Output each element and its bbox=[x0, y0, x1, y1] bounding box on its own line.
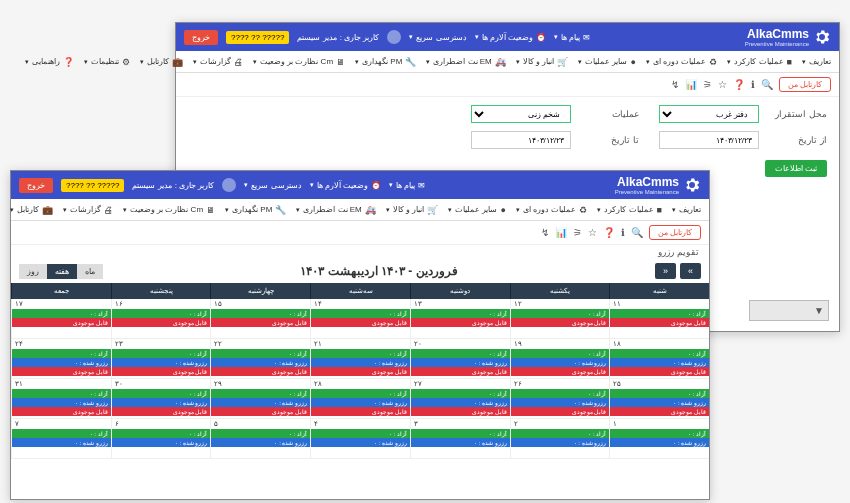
calendar-cell[interactable]: ۲۶آزاد : ۰رزرو شده : ۰قابل موجودی bbox=[510, 379, 610, 419]
calendar-cell[interactable]: ۱۳آزاد : ۰قابل موجودی bbox=[410, 299, 510, 339]
status-bar-blue: رزرو شده : ۰ bbox=[511, 398, 610, 407]
my-cartable-button[interactable]: کارتابل من bbox=[779, 77, 831, 92]
info-icon[interactable]: ℹ bbox=[751, 79, 755, 90]
calendar-cell[interactable]: ۲۵آزاد : ۰رزرو شده : ۰قابل موجودی bbox=[609, 379, 709, 419]
menu-cm[interactable]: 🖥Cm نظارت بر وضعیت▾ bbox=[253, 57, 345, 67]
calendar-cell[interactable]: ۱۱آزاد : ۰قابل موجودی bbox=[609, 299, 709, 339]
menu-work-ops[interactable]: ■عملیات کارکرد▾ bbox=[727, 57, 792, 67]
calendar-cell[interactable]: ۱۶آزاد : ۰قابل موجودی bbox=[111, 299, 211, 339]
messages-menu[interactable]: ✉ پیام ها ▾ bbox=[554, 33, 590, 42]
day-header: یکشنبه bbox=[510, 283, 610, 299]
menu-definitions[interactable]: تعاریف▾ bbox=[802, 57, 831, 66]
menu-cm[interactable]: 🖥Cm نظارت بر وضعیت▾ bbox=[123, 205, 215, 215]
calendar-cell[interactable]: ۷آزاد : ۰رزرو شده : ۰ bbox=[11, 419, 111, 459]
menu-pm[interactable]: 🔧PM نگهداری▾ bbox=[225, 205, 286, 215]
nav-prev-button[interactable]: » bbox=[680, 263, 701, 279]
exit-button[interactable]: خروج bbox=[184, 30, 218, 45]
menu-reports[interactable]: 🖨گزارشات▾ bbox=[193, 57, 243, 67]
calendar-cell[interactable]: ۱۲آزاد : ۰قابل موجودی bbox=[510, 299, 610, 339]
status-bar-red: قابل موجودی bbox=[12, 318, 111, 327]
menu-help[interactable]: ❓راهنمایی▾ bbox=[25, 57, 74, 67]
calendar-cell[interactable]: ۱۷آزاد : ۰قابل موجودی bbox=[11, 299, 111, 339]
day-number: ۲۶ bbox=[511, 379, 610, 389]
tree-icon[interactable]: ⚞ bbox=[573, 227, 582, 238]
messages-menu[interactable]: ✉ پیام ها ▾ bbox=[389, 181, 425, 190]
my-cartable-button[interactable]: کارتابل من bbox=[649, 225, 701, 240]
calendar-cell[interactable]: ۱۹آزاد : ۰رزرو شده : ۰قابل موجودی bbox=[510, 339, 610, 379]
from-date-input[interactable] bbox=[659, 131, 759, 149]
quick-access-menu[interactable]: دسترسی سریع ▾ bbox=[244, 181, 301, 190]
menu-other-ops[interactable]: ●سایر عملیات▾ bbox=[578, 57, 636, 67]
menu-cartable[interactable]: 💼کارتابل▾ bbox=[140, 57, 183, 67]
link-icon[interactable]: ↯ bbox=[541, 227, 549, 238]
chart-icon[interactable]: 📊 bbox=[685, 79, 697, 90]
main-menu-front: تعاریف▾ ■عملیات کارکرد▾ ♻عملیات دوره ای▾… bbox=[11, 199, 709, 221]
view-month-button[interactable]: ماه bbox=[77, 264, 103, 279]
menu-other-ops[interactable]: ●سایر عملیات▾ bbox=[448, 205, 506, 215]
day-number: ۲۹ bbox=[211, 379, 310, 389]
exit-button[interactable]: خروج bbox=[19, 178, 53, 193]
calendar-cell[interactable]: ۳آزاد : ۰رزرو شده : ۰ bbox=[410, 419, 510, 459]
submit-button[interactable]: ثبت اطلاعات bbox=[765, 160, 827, 177]
calendar-cell[interactable]: ۳۱آزاد : ۰رزرو شده : ۰قابل موجودی bbox=[11, 379, 111, 419]
chart-icon[interactable]: 📊 bbox=[555, 227, 567, 238]
to-date-input[interactable] bbox=[471, 131, 571, 149]
calendar-cell[interactable]: ۲۹آزاد : ۰رزرو شده : ۰قابل موجودی bbox=[210, 379, 310, 419]
alarm-status-menu[interactable]: ⏰ وضعیت آلارم ها ▾ bbox=[310, 181, 381, 190]
day-number: ۲ bbox=[511, 419, 610, 429]
menu-em[interactable]: 🚑EM نت اضطراری▾ bbox=[426, 57, 505, 67]
info-icon[interactable]: ℹ bbox=[621, 227, 625, 238]
nav-next-button[interactable]: « bbox=[655, 263, 676, 279]
avatar-icon[interactable] bbox=[222, 178, 236, 192]
calendar-cell[interactable]: ۶آزاد : ۰رزرو شده : ۰ bbox=[111, 419, 211, 459]
location-select[interactable]: دفتر غرب bbox=[659, 105, 759, 123]
current-user: کاربر جاری : مدیر سیستم bbox=[297, 33, 379, 42]
help-icon[interactable]: ❓ bbox=[733, 79, 745, 90]
menu-pm[interactable]: 🔧PM نگهداری▾ bbox=[355, 57, 416, 67]
day-number: ۲۳ bbox=[112, 339, 211, 349]
star-icon[interactable]: ☆ bbox=[718, 79, 727, 90]
operation-select[interactable]: شخم زنی bbox=[471, 105, 571, 123]
menu-warehouse[interactable]: 🛒انبار و کالا▾ bbox=[386, 205, 438, 215]
calendar-cell[interactable]: ۲۳آزاد : ۰رزرو شده : ۰قابل موجودی bbox=[111, 339, 211, 379]
view-day-button[interactable]: روز bbox=[19, 264, 47, 279]
calendar-cell[interactable]: ۲۷آزاد : ۰رزرو شده : ۰قابل موجودی bbox=[410, 379, 510, 419]
search-icon[interactable]: 🔍 bbox=[631, 227, 643, 238]
menu-em[interactable]: 🚑EM نت اضطراری▾ bbox=[296, 205, 375, 215]
menu-definitions[interactable]: تعاریف▾ bbox=[672, 205, 701, 214]
menu-work-ops[interactable]: ■عملیات کارکرد▾ bbox=[597, 205, 662, 215]
star-icon[interactable]: ☆ bbox=[588, 227, 597, 238]
calendar-cell[interactable]: ۲۱آزاد : ۰رزرو شده : ۰قابل موجودی bbox=[310, 339, 410, 379]
status-bar-red: قابل موجودی bbox=[12, 367, 111, 376]
tree-icon[interactable]: ⚞ bbox=[703, 79, 712, 90]
calendar-cell[interactable]: ۱۸آزاد : ۰رزرو شده : ۰قابل موجودی bbox=[609, 339, 709, 379]
calendar-cell[interactable]: ۲آزاد : ۰رزرو شده : ۰ bbox=[510, 419, 610, 459]
calendar-cell[interactable]: ۲۰آزاد : ۰رزرو شده : ۰قابل موجودی bbox=[410, 339, 510, 379]
calendar-cell[interactable]: ۱۴آزاد : ۰قابل موجودی bbox=[310, 299, 410, 339]
link-icon[interactable]: ↯ bbox=[671, 79, 679, 90]
quick-access-menu[interactable]: دسترسی سریع ▾ bbox=[409, 33, 466, 42]
gear-icon bbox=[683, 176, 701, 194]
menu-periodic-ops[interactable]: ♻عملیات دوره ای▾ bbox=[516, 205, 587, 215]
calendar-cell[interactable]: ۲۲آزاد : ۰رزرو شده : ۰قابل موجودی bbox=[210, 339, 310, 379]
menu-reports[interactable]: 🖨گزارشات▾ bbox=[63, 205, 113, 215]
menu-warehouse[interactable]: 🛒انبار و کالا▾ bbox=[516, 57, 568, 67]
calendar-cell[interactable]: ۱۵آزاد : ۰قابل موجودی bbox=[210, 299, 310, 339]
calendar-cell[interactable]: ۴آزاد : ۰رزرو شده : ۰ bbox=[310, 419, 410, 459]
status-bar-blue: رزرو شده : ۰ bbox=[112, 398, 211, 407]
avatar-icon[interactable] bbox=[387, 30, 401, 44]
alarm-status-menu[interactable]: ⏰ وضعیت آلارم ها ▾ bbox=[475, 33, 546, 42]
calendar-cell[interactable]: ۱آزاد : ۰رزرو شده : ۰ bbox=[609, 419, 709, 459]
filter-panel[interactable]: ▼ bbox=[749, 300, 829, 321]
view-week-button[interactable]: هفته bbox=[47, 264, 77, 279]
calendar-cell[interactable]: ۲۸آزاد : ۰رزرو شده : ۰قابل موجودی bbox=[310, 379, 410, 419]
calendar-cell[interactable]: ۵آزاد : ۰رزرو شده : ۰ bbox=[210, 419, 310, 459]
menu-periodic-ops[interactable]: ♻عملیات دوره ای▾ bbox=[646, 57, 717, 67]
menu-settings[interactable]: ⚙تنظیمات▾ bbox=[84, 57, 130, 67]
help-icon[interactable]: ❓ bbox=[603, 227, 615, 238]
calendar-cell[interactable]: ۲۴آزاد : ۰رزرو شده : ۰قابل موجودی bbox=[11, 339, 111, 379]
status-bar-red: قابل موجودی bbox=[112, 318, 211, 327]
menu-cartable[interactable]: 💼کارتابل▾ bbox=[10, 205, 53, 215]
search-icon[interactable]: 🔍 bbox=[761, 79, 773, 90]
calendar-cell[interactable]: ۳۰آزاد : ۰رزرو شده : ۰قابل موجودی bbox=[111, 379, 211, 419]
